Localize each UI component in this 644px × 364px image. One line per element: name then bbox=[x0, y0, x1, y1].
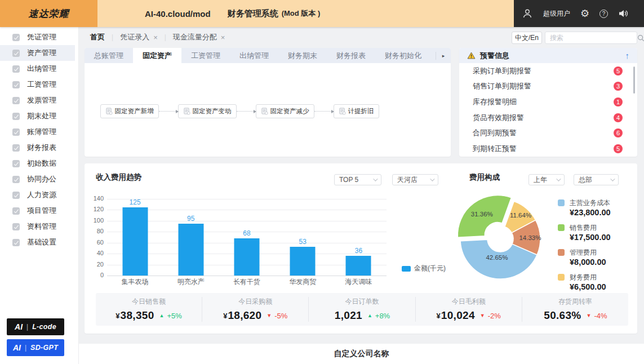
tab-general-ledger[interactable]: 总账管理 bbox=[85, 48, 133, 63]
sidebar-item-ledger[interactable]: 账簿管理 bbox=[0, 124, 75, 140]
sidebar-item-settings[interactable]: 基础设置 bbox=[0, 234, 75, 250]
speaker-icon[interactable] bbox=[618, 9, 628, 18]
flow-arrow-icon bbox=[314, 111, 334, 112]
legend-swatch bbox=[558, 199, 565, 206]
search-box bbox=[545, 32, 637, 44]
scrollbar-thumb[interactable] bbox=[633, 66, 635, 94]
alert-panel-header: 预警信息 ↑ bbox=[459, 48, 637, 63]
kpi-strip: 今日销售额 ¥38,350▲+5% 今日采购额 ¥18,620▼-5% 今日订单… bbox=[96, 293, 628, 326]
alert-count-badge: 5 bbox=[614, 66, 623, 76]
search-icon[interactable] bbox=[637, 34, 644, 42]
tab-reports[interactable]: 财务报表 bbox=[327, 48, 375, 63]
tab-payroll[interactable]: 工资管理 bbox=[181, 48, 230, 63]
sidebar-item-invoice[interactable]: 发票管理 bbox=[0, 92, 75, 108]
user-icon[interactable] bbox=[522, 8, 533, 19]
sidebar-item-period-end[interactable]: 期末处理 bbox=[0, 108, 75, 124]
tab-period-end[interactable]: 财务期末 bbox=[278, 48, 327, 63]
breadcrumb-page-cashflow[interactable]: 现金流量分配 bbox=[173, 32, 217, 42]
stat-today-purchases: 今日采购额 ¥18,620▼-5% bbox=[202, 297, 308, 322]
ai-lcode-badge[interactable]: AI | L-code bbox=[7, 318, 64, 335]
close-icon[interactable]: × bbox=[153, 33, 158, 42]
bar-集丰农场 bbox=[122, 207, 148, 276]
sidebar-item-payroll[interactable]: 工资管理 bbox=[0, 77, 75, 92]
checkbox-icon bbox=[12, 207, 20, 215]
document-icon bbox=[339, 108, 346, 115]
sidebar-item-projects[interactable]: 项目管理 bbox=[0, 203, 75, 219]
checkbox-icon bbox=[12, 50, 20, 57]
alert-item-contract-due[interactable]: 合同到期预警6 bbox=[459, 125, 637, 141]
flow-arrow-icon bbox=[159, 111, 178, 112]
flow-step-depreciation[interactable]: 计提折旧 bbox=[334, 104, 379, 118]
sidebar-item-assets[interactable]: 资产管理 bbox=[0, 45, 75, 61]
checkbox-icon bbox=[12, 97, 20, 104]
fixed-assets-flow: 固定资产新增 固定资产变动 固定资产减少 计提折旧 bbox=[85, 104, 451, 118]
tab-initialization[interactable]: 财务初始化 bbox=[375, 48, 431, 63]
alert-item-inventory[interactable]: 库存报警明细1 bbox=[459, 94, 637, 110]
checkbox-icon bbox=[12, 176, 20, 183]
legend-item-sales-expense: 销售费用¥17,500.00 bbox=[558, 223, 611, 243]
sidebar-item-voucher[interactable]: 凭证管理 bbox=[0, 29, 75, 45]
pie-legend: 主营业务成本¥23,800.00 销售费用¥17,500.00 管理费用¥8,0… bbox=[558, 198, 611, 298]
pie-percent-label: 42.65% bbox=[486, 254, 508, 261]
fixed-assets-module-panel: 总账管理 固定资产 工资管理 出纳管理 财务期末 财务报表 财务初始化 ▸ 固定… bbox=[85, 48, 451, 157]
alert-count-badge: 5 bbox=[614, 144, 623, 153]
settings-gear-icon[interactable]: ⚙ bbox=[580, 8, 589, 19]
breadcrumb-page-voucher-entry[interactable]: 凭证录入 bbox=[120, 32, 149, 42]
tab-more-arrow-icon[interactable]: ▸ bbox=[436, 48, 451, 63]
sidebar-item-materials[interactable]: 资料管理 bbox=[0, 219, 75, 234]
help-icon[interactable]: ? bbox=[599, 10, 608, 18]
alert-count-badge: 6 bbox=[614, 128, 623, 137]
document-icon bbox=[183, 108, 190, 115]
app-id: AI-40.cloud/mod bbox=[145, 9, 211, 19]
charts-panel: 收入费用趋势 TOP 5 天河店 020406080100120140 125集… bbox=[85, 163, 637, 334]
trend-arrow-icon: ▼ bbox=[587, 313, 592, 318]
collapse-up-icon[interactable]: ↑ bbox=[625, 51, 630, 60]
bar-明亮水产 bbox=[178, 224, 203, 276]
sidebar-item-hr[interactable]: 人力资源 bbox=[0, 187, 75, 203]
alert-count-badge: 4 bbox=[614, 113, 623, 122]
brand-logo: 速达荣耀 bbox=[0, 0, 97, 27]
org-select[interactable]: 总部 bbox=[574, 174, 619, 185]
alert-item-expiry[interactable]: 货品有效期报警4 bbox=[459, 110, 637, 126]
flow-arrow-icon bbox=[237, 111, 256, 112]
alert-item-purchase-due[interactable]: 采购订单到期报警5 bbox=[459, 63, 637, 79]
language-toggle-button[interactable]: 中文/En bbox=[512, 32, 542, 44]
close-icon[interactable]: × bbox=[221, 33, 225, 42]
sidebar-item-reports[interactable]: 财务报表 bbox=[0, 140, 75, 156]
pie-percent-label: 14.33% bbox=[519, 234, 541, 241]
checkbox-icon bbox=[12, 144, 20, 152]
sidebar-item-initial-data[interactable]: 初始数据 bbox=[0, 156, 75, 171]
trend-arrow-icon: ▼ bbox=[267, 313, 272, 318]
flow-step-asset-add[interactable]: 固定资产新增 bbox=[100, 104, 159, 118]
breadcrumb-separator: | bbox=[165, 33, 166, 41]
tab-cashier[interactable]: 出纳管理 bbox=[230, 48, 278, 63]
legend-swatch bbox=[558, 249, 565, 256]
chevron-down-icon bbox=[556, 176, 561, 181]
checkbox-icon bbox=[12, 160, 20, 167]
ai-sdgpt-badge[interactable]: AI | SD-GPT bbox=[7, 339, 64, 356]
store-select[interactable]: 天河店 bbox=[392, 174, 438, 185]
topn-select[interactable]: TOP 5 bbox=[334, 174, 381, 185]
alert-panel-title: 预警信息 bbox=[480, 51, 509, 61]
sidebar-item-collaboration[interactable]: 协同办公 bbox=[0, 171, 75, 187]
alert-item-probation-due[interactable]: 到期转正预警5 bbox=[459, 141, 637, 157]
legend-swatch bbox=[558, 274, 565, 281]
search-input[interactable] bbox=[550, 34, 637, 42]
current-user[interactable]: 超级用户 bbox=[543, 9, 570, 19]
trend-arrow-icon: ▲ bbox=[367, 313, 372, 318]
document-icon bbox=[261, 108, 268, 115]
pie-chart-title: 费用构成 bbox=[469, 172, 500, 183]
document-icon bbox=[105, 108, 113, 115]
checkbox-icon bbox=[12, 65, 20, 73]
sidebar-item-cashier[interactable]: 出纳管理 bbox=[0, 61, 75, 77]
trend-arrow-icon: ▼ bbox=[480, 313, 485, 318]
chevron-down-icon bbox=[373, 176, 377, 181]
warning-triangle-icon bbox=[467, 52, 476, 59]
flow-step-asset-change[interactable]: 固定资产变动 bbox=[178, 104, 237, 118]
alert-item-sales-due[interactable]: 销售订单到期报警3 bbox=[459, 79, 637, 95]
period-select[interactable]: 上年 bbox=[528, 174, 565, 185]
flow-step-asset-decrease[interactable]: 固定资产减少 bbox=[256, 104, 314, 118]
tab-fixed-assets[interactable]: 固定资产 bbox=[133, 48, 181, 63]
bar-长有干货 bbox=[234, 238, 259, 276]
breadcrumb-home[interactable]: 首页 bbox=[90, 32, 105, 42]
